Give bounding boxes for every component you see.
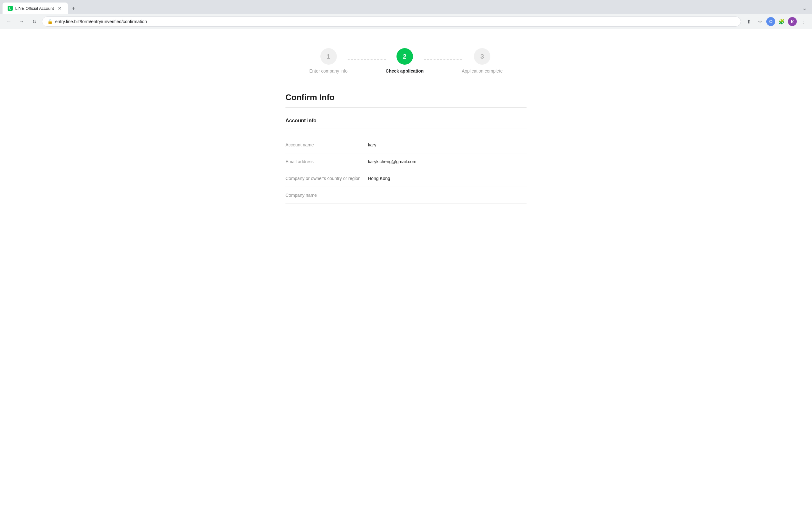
minimize-button[interactable]: ⌄ (802, 5, 807, 12)
account-info-section: Account info Account name kary Email add… (286, 118, 526, 204)
bookmark-button[interactable]: ☆ (755, 16, 765, 26)
step-connector-1-2 (348, 59, 386, 60)
browser-chrome: L LINE Official Account ✕ + ⌄ ← → ↻ 🔒 en… (0, 0, 812, 29)
step-3-label: Application complete (462, 68, 503, 73)
lock-icon: 🔒 (47, 19, 53, 24)
step-1: 1 Enter company info (309, 48, 348, 73)
page-content: 1 Enter company info 2 Check application… (0, 29, 812, 507)
url-text: entry.line.biz/form/entry/unverified/con… (55, 19, 735, 24)
tab-bar: L LINE Official Account ✕ + ⌄ (0, 0, 812, 14)
step-3: 3 Application complete (462, 48, 503, 73)
step-2: 2 Check application (386, 48, 424, 73)
address-field[interactable]: 🔒 entry.line.biz/form/entry/unverified/c… (42, 16, 741, 26)
step-1-circle: 1 (320, 48, 337, 65)
account-name-row: Account name kary (286, 136, 526, 153)
subsection-divider (286, 129, 526, 129)
country-value: Hong Kong (368, 176, 390, 181)
email-value: karykicheng@gmail.com (368, 159, 416, 164)
country-label: Company or owner's country or region (286, 176, 368, 181)
forward-button[interactable]: → (16, 16, 27, 26)
email-row: Email address karykicheng@gmail.com (286, 153, 526, 170)
extension-button[interactable]: ⬡ (766, 17, 775, 26)
new-tab-button[interactable]: + (69, 4, 78, 13)
puzzle-button[interactable]: 🧩 (776, 16, 786, 26)
company-name-row: Company name (286, 187, 526, 204)
step-1-label: Enter company info (309, 68, 348, 73)
step-connector-2-3 (424, 59, 462, 60)
page-title: Confirm Info (286, 93, 526, 102)
share-button[interactable]: ⬆ (744, 16, 754, 26)
email-label: Email address (286, 159, 368, 164)
more-button[interactable]: ⋮ (798, 16, 808, 26)
tab-title: LINE Official Account (15, 6, 54, 11)
profile-button[interactable]: K (788, 17, 797, 26)
reload-button[interactable]: ↻ (29, 16, 39, 26)
country-row: Company or owner's country or region Hon… (286, 170, 526, 187)
section-divider (286, 107, 526, 108)
main-container: Confirm Info Account info Account name k… (286, 93, 526, 204)
tab-close-button[interactable]: ✕ (56, 5, 63, 11)
account-name-label: Account name (286, 142, 368, 147)
back-button[interactable]: ← (4, 16, 14, 26)
stepper: 1 Enter company info 2 Check application… (6, 48, 806, 73)
tab-favicon: L (8, 6, 13, 11)
account-name-value: kary (368, 142, 376, 147)
company-name-label: Company name (286, 193, 368, 198)
step-2-label: Check application (386, 68, 424, 73)
toolbar-right: ⬆ ☆ ⬡ 🧩 K ⋮ (744, 16, 808, 26)
subsection-title: Account info (286, 118, 526, 124)
address-bar-row: ← → ↻ 🔒 entry.line.biz/form/entry/unveri… (0, 14, 812, 29)
active-tab[interactable]: L LINE Official Account ✕ (3, 3, 68, 14)
step-2-circle: 2 (397, 48, 413, 65)
step-3-circle: 3 (474, 48, 490, 65)
